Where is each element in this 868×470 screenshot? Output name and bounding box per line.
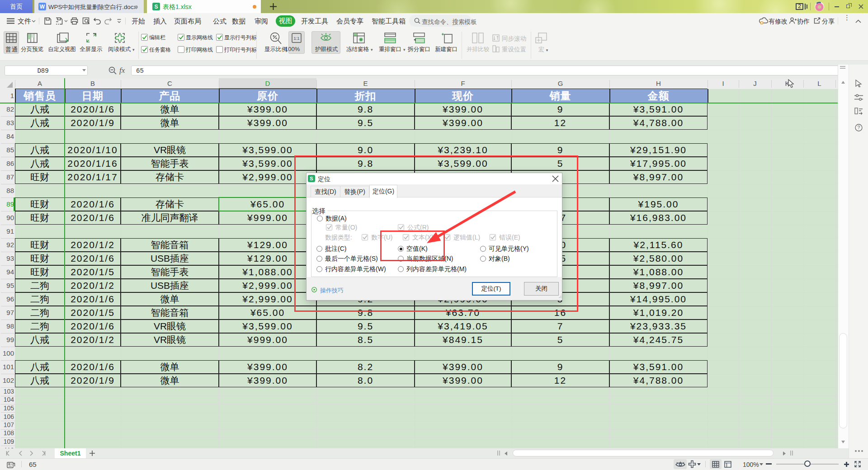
svg-text:1:1: 1:1 bbox=[293, 36, 299, 41]
svg-text:?: ? bbox=[858, 125, 860, 130]
